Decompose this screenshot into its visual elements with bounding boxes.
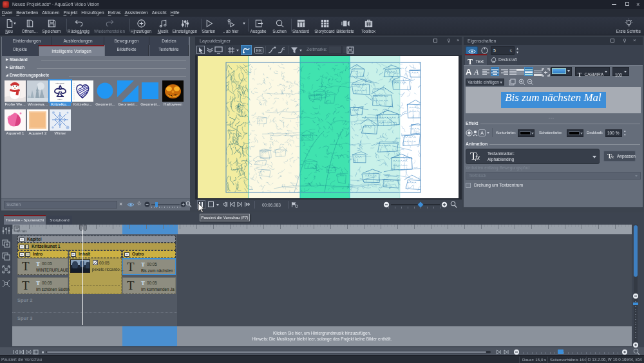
svg-text:EB: EB bbox=[256, 48, 262, 53]
svg-text:~ Kritzel ~: ~ Kritzel ~ bbox=[56, 98, 64, 100]
svg-text:Kritzelkunst: Kritzelkunst bbox=[56, 82, 64, 84]
